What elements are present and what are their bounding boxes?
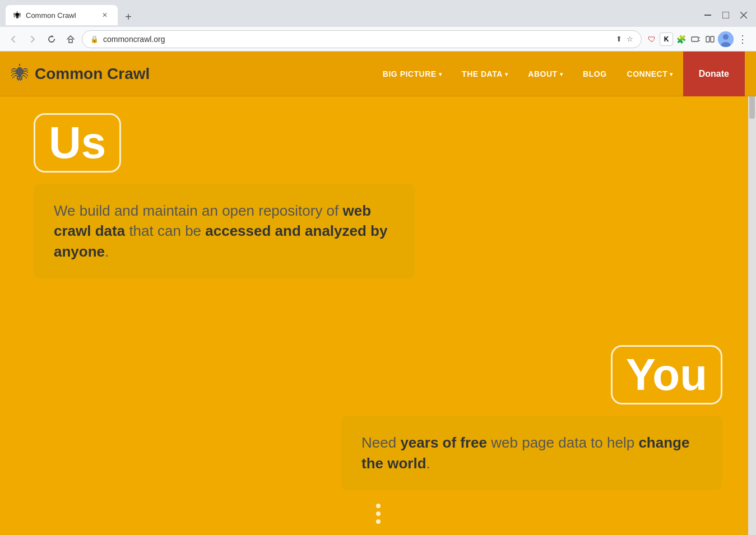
nav-big-picture-arrow: ▾ [439,71,442,77]
dot-2[interactable] [376,511,381,516]
close-window-icon[interactable] [737,8,750,22]
svg-point-11 [723,34,729,40]
donate-button[interactable]: Donate [683,52,745,96]
tab-title: Common Crawl [26,11,95,20]
bookmark-icon[interactable]: ☆ [627,35,633,43]
url-text: commoncrawl.org [103,35,611,44]
nav-about-arrow: ▾ [560,71,563,77]
address-bar[interactable]: 🔒 commoncrawl.org ⬆ ☆ [82,30,642,48]
you-description: Need years of free web page data to help… [341,416,722,490]
tab-strip: 🕷 Common Crawl ✕ + [6,5,701,25]
you-text: You [626,350,707,399]
dot-1[interactable] [376,504,381,508]
nav-the-data-arrow: ▾ [505,71,508,77]
us-section: Us We build and maintain an open reposit… [34,108,722,278]
svg-rect-9 [711,36,714,42]
shield-ext-icon[interactable]: 🛡 [645,32,658,46]
tab-favicon: 🕷 [13,11,21,20]
media-ext-icon[interactable] [689,32,702,46]
you-card: You [611,345,722,404]
you-section: You Need years of free web page data to … [341,345,722,490]
nav-connect-arrow: ▾ [670,71,673,77]
nav-about[interactable]: ABOUT ▾ [518,52,573,96]
svg-rect-5 [692,37,698,41]
site-nav: BIG PICTURE ▾ THE DATA ▾ ABOUT ▾ BLOG CO… [373,52,745,96]
share-icon[interactable]: ⬆ [616,35,622,43]
us-text: Us [49,118,106,168]
us-card: Us [34,113,121,173]
new-tab-button[interactable]: + [120,8,137,25]
hero-section: Us We build and maintain an open reposit… [0,96,756,535]
maximize-icon[interactable] [719,8,732,22]
nav-big-picture-label: BIG PICTURE [383,69,437,78]
hero-desc-text: We build and maintain an open repository… [54,201,395,262]
nav-blog-label: BLOG [583,69,606,78]
nav-actions: 🛡 K 🧩 ⋮ [645,31,750,47]
browser-chrome: 🕷 Common Crawl ✕ + [0,0,756,52]
svg-rect-0 [704,15,711,16]
minimize-icon[interactable] [701,8,715,22]
nav-connect[interactable]: CONNECT ▾ [617,52,683,96]
nav-about-label: ABOUT [528,69,557,78]
window-controls [701,8,750,22]
nav-bar: 🔒 commoncrawl.org ⬆ ☆ 🛡 K 🧩 ⋮ [0,27,756,52]
svg-rect-8 [706,36,709,42]
svg-rect-1 [722,12,729,18]
forward-button[interactable] [25,31,40,47]
website-content: 🕷 Common Crawl BIG PICTURE ▾ THE DATA ▾ … [0,52,756,535]
puzzle-ext-icon[interactable]: 🧩 [674,32,688,46]
svg-rect-4 [69,39,72,43]
nav-connect-label: CONNECT [627,69,668,78]
active-tab[interactable]: 🕷 Common Crawl ✕ [6,5,118,25]
site-logo[interactable]: 🕷 Common Crawl [11,63,150,84]
tab-close-button[interactable]: ✕ [100,10,110,20]
nav-the-data-label: THE DATA [462,69,503,78]
site-name: Common Crawl [35,65,150,83]
dots-indicator [376,504,381,524]
lock-icon: 🔒 [90,35,99,43]
spider-icon: 🕷 [11,63,29,84]
reload-button[interactable] [44,31,59,47]
hero-description: We build and maintain an open repository… [34,184,415,278]
home-button[interactable] [63,31,78,47]
donate-label: Donate [699,69,729,79]
chrome-menu-button[interactable]: ⋮ [735,31,750,47]
back-button[interactable] [6,31,21,47]
title-bar: 🕷 Common Crawl ✕ + [0,0,756,27]
k-ext-icon[interactable]: K [660,32,673,46]
profile-icon[interactable] [718,31,734,47]
nav-the-data[interactable]: THE DATA ▾ [452,52,518,96]
nav-big-picture[interactable]: BIG PICTURE ▾ [373,52,452,96]
dot-3[interactable] [376,519,381,524]
you-desc-text: Need years of free web page data to help… [361,432,702,473]
nav-blog[interactable]: BLOG [573,52,616,96]
site-header: 🕷 Common Crawl BIG PICTURE ▾ THE DATA ▾ … [0,52,756,96]
split-ext-icon[interactable] [703,32,717,46]
